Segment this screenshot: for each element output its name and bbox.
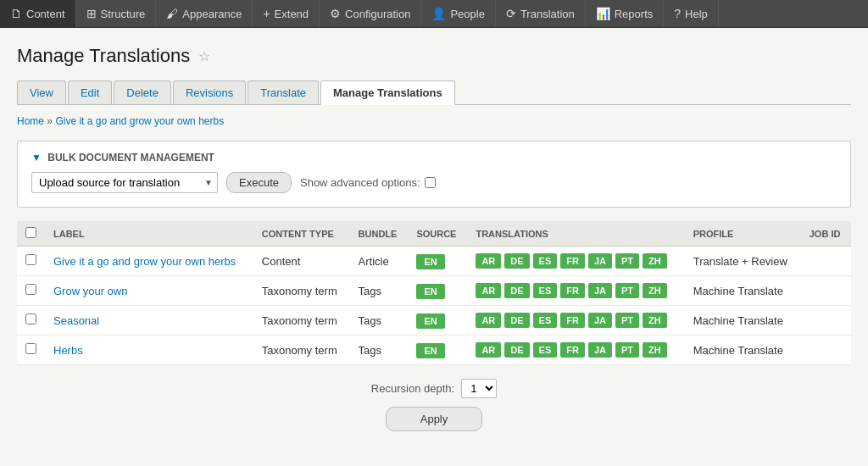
nav-extend-label: Extend (275, 8, 309, 20)
show-advanced-checkbox[interactable] (425, 177, 436, 188)
translation-badge-ar[interactable]: AR (476, 313, 501, 328)
show-advanced-label[interactable]: Show advanced options: (300, 176, 436, 189)
nav-extend[interactable]: + Extend (253, 0, 320, 27)
nav-translation[interactable]: ⟳ Translation (496, 0, 586, 27)
row-source: EN (408, 306, 467, 336)
tab-edit[interactable]: Edit (68, 80, 112, 104)
translation-badge-es[interactable]: ES (533, 313, 558, 328)
translation-badge-fr[interactable]: FR (560, 342, 585, 358)
bulk-management-box: ▼ BULK DOCUMENT MANAGEMENT Upload source… (17, 141, 851, 208)
translation-badge-ar[interactable]: AR (476, 283, 501, 298)
translation-badge-ar[interactable]: AR (476, 342, 501, 358)
translation-badge-zh[interactable]: ZH (643, 313, 667, 328)
bulk-controls: Upload source for translation Request tr… (31, 172, 837, 193)
translation-badge-ja[interactable]: JA (588, 283, 612, 298)
nav-people-label: People (450, 8, 484, 20)
recursion-row: Recursion depth: 1 2 3 (371, 379, 497, 398)
main-content: Manage Translations ☆ View Edit Delete R… (0, 28, 868, 466)
breadcrumb-current[interactable]: Give it a go and grow your own herbs (55, 115, 224, 127)
recursion-depth-select[interactable]: 1 2 3 (461, 379, 497, 398)
bulk-action-select[interactable]: Upload source for translation Request tr… (31, 172, 218, 193)
bookmark-icon[interactable]: ☆ (198, 48, 210, 64)
translation-badge-fr[interactable]: FR (560, 283, 585, 298)
nav-people[interactable]: 👤 People (421, 0, 495, 27)
translation-badge-es[interactable]: ES (533, 342, 558, 358)
translation-badge-zh[interactable]: ZH (643, 253, 667, 269)
structure-icon: ⊞ (86, 7, 97, 20)
select-all-checkbox[interactable] (25, 227, 36, 238)
th-translations: TRANSLATIONS (467, 221, 684, 247)
execute-button[interactable]: Execute (226, 172, 292, 193)
translation-badge-fr[interactable]: FR (560, 313, 585, 328)
row-checkbox-cell (17, 336, 45, 365)
row-checkbox[interactable] (25, 343, 36, 354)
row-label-link[interactable]: Seasonal (53, 314, 99, 327)
row-checkbox[interactable] (25, 254, 36, 265)
triangle-icon: ▼ (31, 152, 42, 164)
translation-badge-ja[interactable]: JA (588, 253, 612, 269)
th-source: SOURCE (408, 221, 467, 247)
nav-reports[interactable]: 📊 Reports (586, 0, 665, 27)
translation-badge-pt[interactable]: PT (615, 313, 639, 328)
row-checkbox[interactable] (25, 313, 36, 325)
row-label-link[interactable]: Grow your own (53, 285, 127, 297)
people-icon: 👤 (431, 7, 446, 20)
translation-badges: ARDEESFRJAPTZH (476, 342, 676, 358)
row-label: Grow your own (45, 276, 253, 306)
row-job-id (801, 336, 851, 365)
help-icon: ? (674, 7, 681, 20)
translation-badge-de[interactable]: DE (504, 253, 529, 269)
row-label-link[interactable]: Herbs (53, 344, 83, 357)
row-label: Seasonal (45, 306, 253, 336)
translation-badge-zh[interactable]: ZH (643, 342, 667, 358)
tab-bar: View Edit Delete Revisions Translate Man… (17, 80, 851, 105)
translation-badge-pt[interactable]: PT (615, 342, 639, 358)
tab-revisions[interactable]: Revisions (173, 80, 246, 104)
row-profile: Machine Translate (685, 336, 801, 365)
translation-badge-de[interactable]: DE (504, 313, 529, 328)
tab-translate[interactable]: Translate (248, 80, 319, 104)
row-translations: ARDEESFRJAPTZH (467, 247, 684, 276)
nav-translation-label: Translation (520, 8, 575, 20)
apply-button[interactable]: Apply (386, 407, 483, 431)
translation-badge-es[interactable]: ES (533, 283, 558, 298)
translation-badge-pt[interactable]: PT (615, 283, 639, 298)
row-checkbox[interactable] (25, 284, 36, 295)
row-source: EN (408, 276, 467, 306)
nav-structure[interactable]: ⊞ Structure (76, 0, 157, 27)
nav-appearance-label: Appearance (182, 8, 242, 20)
tab-view[interactable]: View (17, 80, 66, 104)
translation-badge-de[interactable]: DE (504, 283, 529, 298)
translation-badge-pt[interactable]: PT (615, 253, 639, 269)
row-bundle: Tags (350, 336, 409, 365)
row-checkbox-cell (17, 306, 45, 336)
source-badge: EN (416, 343, 444, 358)
translation-badge-ja[interactable]: JA (588, 313, 612, 328)
translation-badge-de[interactable]: DE (504, 342, 529, 358)
row-label-link[interactable]: Give it a go and grow your own herbs (53, 255, 236, 268)
table-row: Grow your own Taxonomy term Tags EN ARDE… (17, 276, 851, 306)
translation-badge-es[interactable]: ES (533, 253, 558, 269)
row-checkbox-cell (17, 276, 45, 306)
th-bundle: BUNDLE (350, 221, 409, 247)
translation-badge-ar[interactable]: AR (476, 253, 501, 269)
nav-configuration[interactable]: ⚙ Configuration (320, 0, 421, 27)
tab-manage-translations[interactable]: Manage Translations (320, 80, 455, 105)
translation-icon: ⟳ (506, 7, 516, 20)
row-checkbox-cell (17, 247, 45, 276)
page-title: Manage Translations (17, 45, 190, 67)
translation-badge-zh[interactable]: ZH (643, 283, 667, 298)
extend-icon: + (263, 7, 270, 20)
nav-appearance[interactable]: 🖌 Appearance (156, 0, 253, 27)
translation-badge-fr[interactable]: FR (560, 253, 585, 269)
breadcrumb-home[interactable]: Home (17, 115, 44, 127)
bulk-select-wrapper: Upload source for translation Request tr… (31, 172, 218, 193)
translation-badge-ja[interactable]: JA (588, 342, 612, 358)
row-content-type: Taxonomy term (253, 336, 350, 365)
tab-delete[interactable]: Delete (114, 80, 171, 104)
source-badge: EN (416, 254, 444, 269)
nav-content[interactable]: 🗋 Content (0, 0, 76, 27)
nav-structure-label: Structure (101, 8, 146, 20)
configuration-icon: ⚙ (330, 7, 341, 20)
nav-help[interactable]: ? Help (664, 0, 719, 27)
